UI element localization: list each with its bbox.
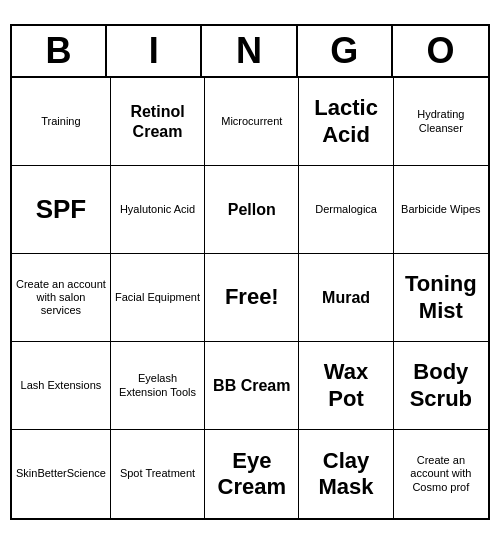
bingo-cell-5: SPF	[12, 166, 111, 254]
header-letter-i: I	[107, 26, 202, 76]
bingo-cell-13: Murad	[299, 254, 393, 342]
header-letter-n: N	[202, 26, 297, 76]
bingo-cell-24: Create an account with Cosmo prof	[394, 430, 488, 518]
bingo-cell-18: Wax Pot	[299, 342, 393, 430]
bingo-cell-23: Clay Mask	[299, 430, 393, 518]
bingo-cell-3: Lactic Acid	[299, 78, 393, 166]
bingo-grid: TrainingRetinol CreamMicrocurrentLactic …	[12, 78, 488, 518]
bingo-cell-10: Create an account with salon services	[12, 254, 111, 342]
bingo-cell-2: Microcurrent	[205, 78, 299, 166]
bingo-cell-15: Lash Extensions	[12, 342, 111, 430]
bingo-cell-0: Training	[12, 78, 111, 166]
header-letter-b: B	[12, 26, 107, 76]
bingo-cell-8: Dermalogica	[299, 166, 393, 254]
bingo-cell-9: Barbicide Wipes	[394, 166, 488, 254]
header-letter-g: G	[298, 26, 393, 76]
bingo-card: BINGO TrainingRetinol CreamMicrocurrentL…	[10, 24, 490, 520]
bingo-cell-20: SkinBetterScience	[12, 430, 111, 518]
header-letter-o: O	[393, 26, 488, 76]
bingo-cell-6: Hyalutonic Acid	[111, 166, 205, 254]
bingo-cell-12: Free!	[205, 254, 299, 342]
bingo-cell-14: Toning Mist	[394, 254, 488, 342]
bingo-cell-7: Pellon	[205, 166, 299, 254]
bingo-cell-16: Eyelash Extension Tools	[111, 342, 205, 430]
bingo-cell-21: Spot Treatment	[111, 430, 205, 518]
bingo-cell-17: BB Cream	[205, 342, 299, 430]
bingo-cell-22: Eye Cream	[205, 430, 299, 518]
bingo-header: BINGO	[12, 26, 488, 78]
bingo-cell-11: Facial Equipment	[111, 254, 205, 342]
bingo-cell-1: Retinol Cream	[111, 78, 205, 166]
bingo-cell-19: Body Scrub	[394, 342, 488, 430]
bingo-cell-4: Hydrating Cleanser	[394, 78, 488, 166]
